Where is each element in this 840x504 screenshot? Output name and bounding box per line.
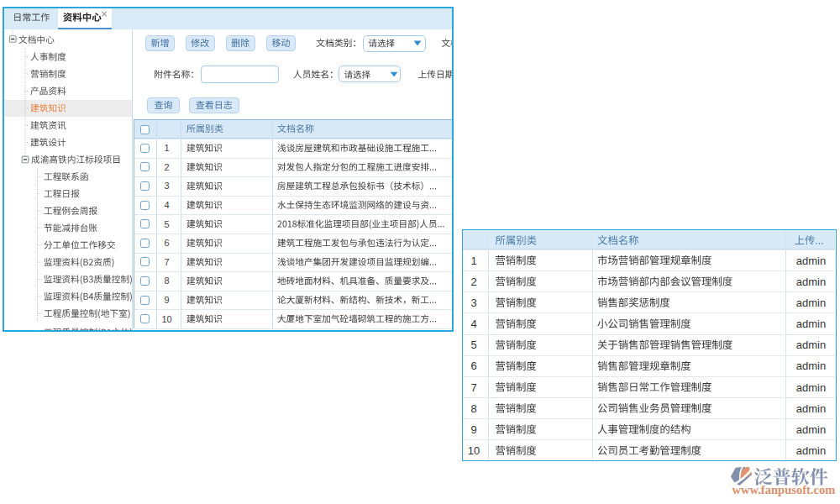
svg-text:www.fanpusoft.com: www.fanpusoft.com (732, 483, 836, 496)
